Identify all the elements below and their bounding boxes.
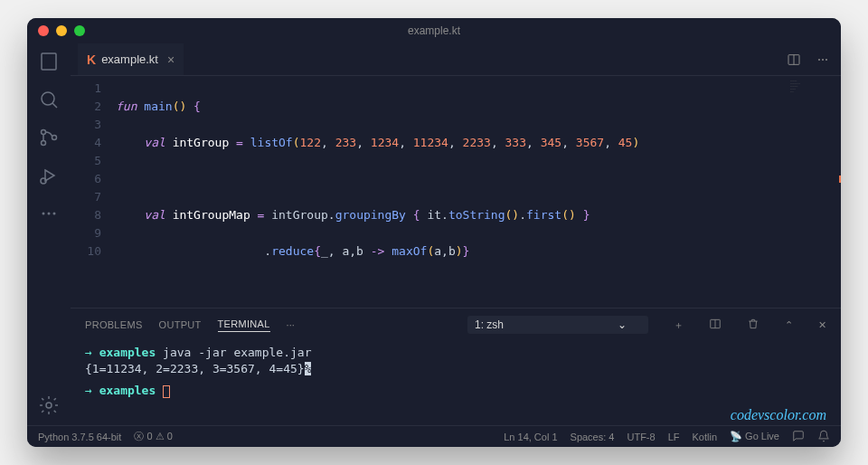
close-window-button[interactable] xyxy=(38,25,49,36)
minimap[interactable]: ▬▬▬▬▬▬▬▬▬▬▬▬▬▬▬▬▬▬▬▬▬▬▬▬▬▬▬▬▬▬ xyxy=(787,76,841,121)
status-errors[interactable]: ⓧ 0 ⚠ 0 xyxy=(134,430,172,443)
titlebar: example.kt xyxy=(27,18,841,43)
svg-point-10 xyxy=(46,403,52,408)
tab-example-kt[interactable]: K example.kt × xyxy=(78,43,184,75)
status-spaces[interactable]: Spaces: 4 xyxy=(571,432,615,442)
maximize-window-button[interactable] xyxy=(74,25,85,36)
more-actions-icon[interactable] xyxy=(816,51,830,69)
window-title: example.kt xyxy=(408,24,460,37)
tab-bar: K example.kt × xyxy=(71,43,841,76)
chevron-down-icon: ⌄ xyxy=(618,318,627,331)
panel-tabs: PROBLEMS OUTPUT TERMINAL ··· 1: zsh ⌄ ＋ xyxy=(71,308,841,341)
status-python[interactable]: Python 3.7.5 64-bit xyxy=(38,432,121,442)
notifications-icon[interactable] xyxy=(817,430,830,444)
split-editor-icon[interactable] xyxy=(787,51,801,69)
status-bar: Python 3.7.5 64-bit ⓧ 0 ⚠ 0 Ln 14, Col 1… xyxy=(27,425,841,447)
svg-marker-5 xyxy=(45,170,54,181)
feedback-icon[interactable] xyxy=(792,430,805,444)
minimize-window-button[interactable] xyxy=(56,25,67,36)
terminal-select[interactable]: 1: zsh ⌄ xyxy=(467,316,648,334)
svg-point-14 xyxy=(822,59,824,61)
status-eol[interactable]: LF xyxy=(668,432,680,442)
kotlin-file-icon: K xyxy=(87,52,96,67)
scroll-decoration xyxy=(839,176,841,183)
code-lines: fun main() { val intGroup = listOf(122, … xyxy=(116,76,841,308)
terminal-content[interactable]: → examples java -jar example.jar {1=1123… xyxy=(71,341,841,425)
kill-terminal-button[interactable] xyxy=(747,318,760,332)
source-control-icon[interactable] xyxy=(38,127,60,148)
line-gutter: 1 2 3 4 5 6 7 8 9 10 xyxy=(71,76,116,308)
svg-point-9 xyxy=(53,213,56,215)
svg-point-8 xyxy=(48,213,51,215)
terminal-cursor xyxy=(163,385,170,398)
settings-icon[interactable] xyxy=(38,394,60,416)
tab-close-button[interactable]: × xyxy=(167,52,175,67)
svg-point-3 xyxy=(42,141,46,146)
svg-point-4 xyxy=(52,136,57,140)
editor-window: example.kt xyxy=(27,18,841,447)
watermark: codevscolor.com xyxy=(731,407,826,423)
terminal-tab[interactable]: TERMINAL xyxy=(218,318,270,332)
tab-filename: example.kt xyxy=(101,52,158,66)
svg-point-13 xyxy=(818,59,820,61)
maximize-panel-button[interactable]: ⌃ xyxy=(785,319,793,331)
status-cursor[interactable]: Ln 14, Col 1 xyxy=(504,432,557,442)
svg-point-15 xyxy=(826,59,827,61)
svg-point-0 xyxy=(42,92,54,105)
main-area: K example.kt × ▬▬▬▬▬▬▬▬▬▬▬▬▬▬▬▬▬▬▬▬▬▬▬▬▬… xyxy=(27,43,841,425)
svg-line-1 xyxy=(52,103,57,108)
activity-bar xyxy=(27,43,71,425)
new-terminal-button[interactable]: ＋ xyxy=(674,318,684,332)
explorer-icon[interactable] xyxy=(38,51,60,72)
more-icon[interactable] xyxy=(38,203,60,224)
svg-point-7 xyxy=(42,213,45,215)
output-tab[interactable]: OUTPUT xyxy=(159,319,202,330)
traffic-lights xyxy=(38,25,85,36)
debug-icon[interactable] xyxy=(38,165,60,186)
search-icon[interactable] xyxy=(38,89,60,110)
status-encoding[interactable]: UTF-8 xyxy=(627,432,655,442)
problems-tab[interactable]: PROBLEMS xyxy=(85,319,143,330)
close-panel-button[interactable]: ✕ xyxy=(818,319,826,331)
editor-area: K example.kt × ▬▬▬▬▬▬▬▬▬▬▬▬▬▬▬▬▬▬▬▬▬▬▬▬▬… xyxy=(71,43,841,425)
code-editor[interactable]: ▬▬▬▬▬▬▬▬▬▬▬▬▬▬▬▬▬▬▬▬▬▬▬▬▬▬▬▬▬▬ 1 2 3 4 5… xyxy=(71,76,841,308)
status-golive[interactable]: 📡 Go Live xyxy=(730,431,779,442)
panel-more-icon[interactable]: ··· xyxy=(287,319,295,330)
status-language[interactable]: Kotlin xyxy=(692,432,717,442)
svg-point-2 xyxy=(42,130,46,135)
bottom-panel: PROBLEMS OUTPUT TERMINAL ··· 1: zsh ⌄ ＋ xyxy=(71,308,841,425)
split-terminal-button[interactable] xyxy=(709,318,722,332)
